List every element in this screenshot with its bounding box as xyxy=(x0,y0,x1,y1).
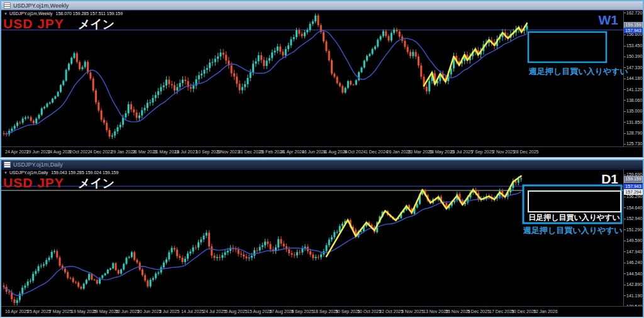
daily-time-scale[interactable]: 16 Apr 202525 Apr 20257 May 202519 May 2… xyxy=(1,306,643,317)
price-tick-mark xyxy=(624,241,626,241)
price-tick-mark xyxy=(624,175,626,175)
chart-window-weekly: USDJPY.oj1m,Weekly ▼USDJPY.oj1m,Weekly15… xyxy=(0,0,644,158)
ohlc-values: 158.070 159.285 157.511 159.159 xyxy=(56,11,123,16)
price-tick-mark xyxy=(624,144,626,145)
chart-watermark: USD JPYメイン xyxy=(3,175,114,192)
price-tick-mark xyxy=(624,197,626,197)
bid-price-label: 159.159 xyxy=(624,176,643,183)
blue-line-price-label: 157.943 xyxy=(624,184,643,189)
date-tick-label: 4 Dec 2022 xyxy=(90,150,113,155)
price-tick-mark xyxy=(624,295,626,296)
price-tick-mark xyxy=(624,79,626,79)
date-tick-label: 14 Jul 2025 xyxy=(181,309,204,314)
daily-window-titlebar[interactable]: USDJPY.oj1m,Daily xyxy=(1,160,643,169)
date-tick-label: 9 Oct 2022 xyxy=(69,150,90,155)
date-tick-label: 24 Apr 2022 xyxy=(5,150,29,155)
price-tick-label: 152.940 xyxy=(626,216,642,221)
date-tick-label: 21 Apr 2024 xyxy=(280,150,304,155)
price-tick-label: 150.390 xyxy=(626,54,642,59)
price-tick-label: 156.290 xyxy=(626,194,642,199)
daily-chart-plot[interactable]: ▼USDJPY.oj1m,Daily159.043 159.285 159.02… xyxy=(1,170,623,307)
date-tick-label: 13 Jul 2025 xyxy=(450,150,473,155)
date-tick-label: 5 Dec 2025 xyxy=(467,309,490,314)
date-tick-label: 8 Sep 2025 xyxy=(291,309,314,314)
weekly-chart-subheader: ▼USDJPY.oj1m,Weekly158.070 159.285 157.5… xyxy=(4,11,123,16)
weekly-chart-plot[interactable]: ▼USDJPY.oj1m,Weekly158.070 159.285 157.5… xyxy=(1,11,623,147)
price-tick-label: 151.290 xyxy=(626,228,642,233)
weekly-time-scale[interactable]: 24 Apr 202219 Jun 202214 Aug 20229 Oct 2… xyxy=(1,146,643,157)
weekly-window-titlebar[interactable]: USDJPY.oj1m,Weekly xyxy=(1,1,643,10)
price-tick-label: 162.720 xyxy=(626,11,642,16)
date-tick-label: 1 Dec 2024 xyxy=(365,150,388,155)
price-tick-mark xyxy=(624,13,626,13)
date-tick-label: 2 Jul 2025 xyxy=(159,309,179,314)
main-watermark: メイン xyxy=(78,18,114,31)
daily-pullback-annotation: 日足押し目買い入りやすい xyxy=(527,212,621,223)
symbol-dropdown-icon[interactable]: ▼ xyxy=(4,12,8,16)
date-tick-label: 15 Aug 2025 xyxy=(247,309,272,314)
weekly-pullback-annotation: 週足押し目買い入りやすい xyxy=(523,66,634,77)
price-tick-mark xyxy=(624,35,626,35)
date-tick-label: 22 Oct 2025 xyxy=(379,309,403,314)
price-tick-label: 154.640 xyxy=(626,206,642,211)
date-tick-label: 25 Nov 2025 xyxy=(445,309,470,314)
date-tick-label: 5 Nov 2023 xyxy=(217,150,240,155)
window-title: USDJPY.oj1m,Weekly xyxy=(13,3,69,9)
price-tick-label: 141.120 xyxy=(626,87,642,92)
weekly-pullback-annotation: 週足押し目買い入りやすい xyxy=(519,225,626,236)
chart-window-daily: USDJPY.oj1m,Daily ▼USDJPY.oj1m,Daily159.… xyxy=(0,159,644,317)
weekly-price-scale[interactable]: 159.159 157.943 162.720156.600153.450150… xyxy=(623,11,643,147)
price-tick-mark xyxy=(624,133,626,134)
date-tick-label: 18 Sep 2025 xyxy=(313,309,338,314)
daily-chart-subheader: ▼USDJPY.oj1m,Daily159.043 159.285 159.02… xyxy=(4,170,118,175)
price-tick-label: 141.190 xyxy=(626,293,642,299)
chart-window-icon[interactable] xyxy=(4,162,11,168)
date-tick-label: 28 Dec 2025 xyxy=(514,150,539,155)
date-tick-label: 13 Nov 2025 xyxy=(423,309,448,314)
price-tick-mark xyxy=(624,89,626,90)
price-tick-mark xyxy=(624,251,626,252)
price-tick-mark xyxy=(624,57,626,57)
timeframe-badge-d1: D1 xyxy=(601,172,618,187)
price-tick-label: 138.060 xyxy=(626,98,642,103)
ohlc-values: 159.043 159.285 159.024 159.159 xyxy=(51,170,118,175)
date-tick-label: 17 Dec 2025 xyxy=(489,309,514,314)
price-tick-label: 131.850 xyxy=(626,120,642,125)
date-tick-label: 5 Aug 2025 xyxy=(225,309,247,314)
date-tick-label: 7 Sep 2025 xyxy=(471,150,494,155)
date-tick-label: 25 Apr 2025 xyxy=(27,309,51,314)
date-tick-label: 6 Oct 2024 xyxy=(344,150,365,155)
date-tick-label: 27 Aug 2025 xyxy=(269,309,294,314)
white-line-price-label: 157.294 xyxy=(624,189,643,195)
date-tick-label: 2 Nov 2025 xyxy=(492,150,515,155)
date-tick-label: 3 Nov 2025 xyxy=(401,309,424,314)
price-tick-label: 142.890 xyxy=(626,282,642,287)
price-tick-label: 135.000 xyxy=(626,109,642,114)
date-tick-label: 20 Jun 2025 xyxy=(137,309,162,314)
price-tick-label: 146.240 xyxy=(626,260,642,265)
chart-watermark: USD JPYメイン xyxy=(3,16,114,33)
date-tick-label: 10 Oct 2025 xyxy=(357,309,381,314)
price-tick-label: 149.590 xyxy=(626,238,642,243)
price-tick-label: 144.540 xyxy=(626,271,642,277)
price-tick-mark xyxy=(624,122,626,123)
price-tick-mark xyxy=(624,219,626,219)
price-tick-mark xyxy=(624,100,626,101)
symbol-dropdown-icon[interactable]: ▼ xyxy=(4,171,8,175)
date-tick-label: 24 Jul 2025 xyxy=(203,309,226,314)
price-tick-label: 153.450 xyxy=(626,43,642,48)
date-tick-label: 30 Dec 2025 xyxy=(511,309,536,314)
price-tick-label: 147.940 xyxy=(626,249,642,255)
price-tick-mark xyxy=(624,263,626,263)
date-tick-label: 12 Jan 2026 xyxy=(533,309,558,314)
daily-price-scale[interactable]: 159.159 157.943 157.294 159.690156.29015… xyxy=(623,170,643,307)
pair-watermark: USD JPY xyxy=(3,16,64,31)
price-tick-mark xyxy=(624,111,626,112)
price-tick-mark xyxy=(624,207,626,208)
date-tick-label: 30 Sep 2025 xyxy=(335,309,360,314)
main-watermark: メイン xyxy=(78,177,114,190)
symbol-label: USDJPY.oj1m,Weekly xyxy=(9,11,53,16)
date-tick-label: 10 Jun 2025 xyxy=(115,309,140,314)
price-tick-label: 128.790 xyxy=(626,131,642,136)
chart-window-icon[interactable] xyxy=(4,3,11,9)
